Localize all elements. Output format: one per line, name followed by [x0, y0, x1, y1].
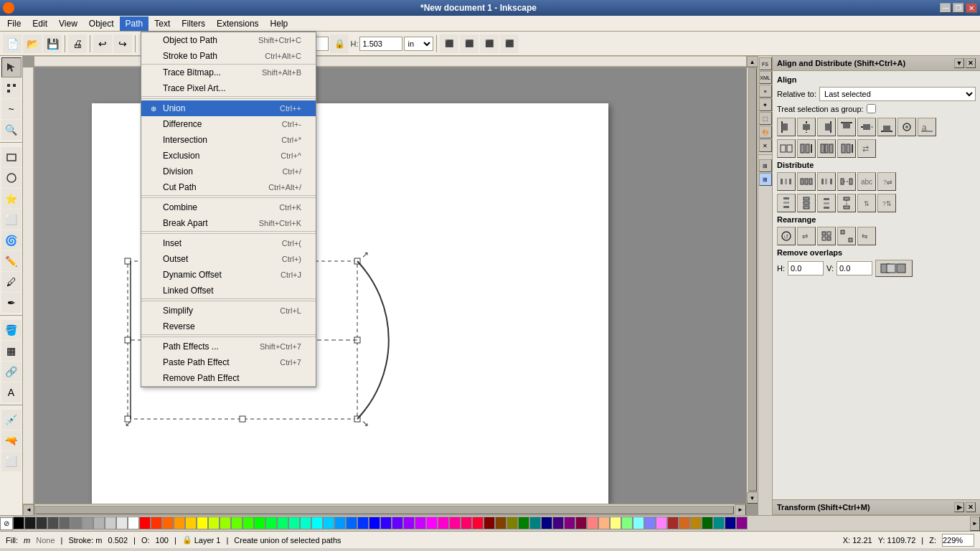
dist-gaps-h[interactable] — [837, 172, 856, 191]
palette-color-swatch[interactable] — [552, 517, 564, 529]
palette-color-swatch[interactable] — [426, 517, 438, 529]
zoom-input[interactable] — [942, 534, 974, 547]
palette-color-swatch[interactable] — [610, 517, 621, 529]
palette-color-swatch[interactable] — [472, 517, 484, 529]
palette-color-swatch[interactable] — [357, 517, 369, 529]
palette-color-swatch[interactable] — [116, 517, 128, 529]
connector-tool[interactable]: 🔗 — [1, 362, 22, 382]
palette-color-swatch[interactable] — [82, 517, 93, 529]
3d-box-tool[interactable]: ⬜ — [1, 209, 22, 230]
rearrange-reverse[interactable]: ⇄ — [797, 227, 816, 245]
palette-color-swatch[interactable] — [311, 517, 323, 529]
dist-bottom-edges[interactable] — [817, 194, 836, 212]
calligraphy-tool[interactable]: ✒ — [1, 293, 22, 313]
canvas-area[interactable]: ↗ ↙ ↘ ▲ ▼ ◄ ► — [23, 56, 758, 515]
close-button[interactable]: ✕ — [966, 3, 977, 13]
palette-color-swatch[interactable] — [47, 517, 59, 529]
palette-color-swatch[interactable] — [564, 517, 575, 529]
menu-intersection[interactable]: Intersection Ctrl+* — [141, 132, 316, 148]
palette-color-swatch[interactable] — [495, 517, 507, 529]
open-btn[interactable]: 📂 — [23, 34, 42, 53]
dist-rand-h[interactable]: ?⇄ — [877, 172, 896, 191]
palette-color-swatch[interactable] — [265, 517, 277, 529]
palette-color-swatch[interactable] — [24, 517, 36, 529]
palette-color-swatch[interactable] — [139, 517, 151, 529]
menu-break-apart[interactable]: Break Apart Shift+Ctrl+K — [141, 215, 316, 231]
zoom-tool[interactable]: 🔍 — [1, 120, 22, 140]
menu-dynamic-offset[interactable]: Dynamic Offset Ctrl+J — [141, 267, 316, 283]
palette-color-swatch[interactable] — [461, 517, 472, 529]
gradient-tool[interactable]: ▦ — [1, 341, 22, 361]
palette-color-swatch[interactable] — [151, 517, 162, 529]
palette-color-swatch[interactable] — [300, 517, 311, 529]
menu-simplify[interactable]: Simplify Ctrl+L — [141, 303, 316, 319]
palette-color-swatch[interactable] — [380, 517, 392, 529]
menu-outset[interactable]: Outset Ctrl+) — [141, 251, 316, 267]
symbols-btn[interactable]: ✦ — [759, 98, 772, 111]
h-overlap-input[interactable] — [788, 261, 824, 276]
palette-color-swatch[interactable] — [128, 517, 139, 529]
palette-color-swatch[interactable] — [736, 517, 748, 529]
dist-gaps-v[interactable] — [837, 194, 856, 212]
palette-color-swatch[interactable] — [587, 517, 598, 529]
dist-base-h[interactable]: abc — [857, 172, 876, 191]
remove-overlaps-btn[interactable] — [875, 260, 913, 277]
align-top-edge[interactable] — [837, 118, 856, 136]
palette-color-swatch[interactable] — [679, 517, 690, 529]
no-color[interactable]: ⊘ — [0, 517, 13, 530]
node-tool[interactable] — [1, 78, 22, 98]
palette-color-swatch[interactable] — [105, 517, 116, 529]
panel-close-btn[interactable]: ✕ — [966, 58, 976, 68]
menu-help[interactable]: Help — [265, 17, 294, 31]
maximize-button[interactable]: ❒ — [953, 3, 964, 13]
palette-color-swatch[interactable] — [13, 517, 24, 529]
transform-close-btn[interactable]: ✕ — [966, 502, 976, 512]
star-tool[interactable]: ⭐ — [1, 189, 22, 209]
scroll-left-btn[interactable]: ◄ — [23, 504, 34, 516]
menu-paste-path-effect[interactable]: Paste Path Effect Ctrl+7 — [141, 354, 316, 370]
palette-color-swatch[interactable] — [254, 517, 265, 529]
spray-tool[interactable]: 🔫 — [1, 430, 22, 451]
palette-color-swatch[interactable] — [174, 517, 185, 529]
relative-to-select[interactable]: Last selected First selected Page Drawin… — [819, 87, 976, 101]
scroll-right-btn[interactable]: ► — [735, 504, 746, 516]
menu-exclusion[interactable]: Exclusion Ctrl+^ — [141, 148, 316, 164]
transform-panel-header[interactable]: Transform (Shift+Ctrl+M) ▶ ✕ — [773, 500, 980, 515]
treat-group-checkbox[interactable] — [867, 104, 876, 113]
save-btn[interactable]: 💾 — [43, 34, 62, 53]
palette-color-swatch[interactable] — [656, 517, 667, 529]
palette-color-swatch[interactable] — [242, 517, 254, 529]
objects-btn[interactable]: ⬚ — [759, 112, 772, 125]
palette-color-swatch[interactable] — [323, 517, 334, 529]
palette-color-swatch[interactable] — [518, 517, 529, 529]
palette-color-swatch[interactable] — [575, 517, 587, 529]
palette-color-swatch[interactable] — [713, 517, 725, 529]
palette-color-swatch[interactable] — [231, 517, 242, 529]
palette-color-swatch[interactable] — [621, 517, 633, 529]
rearrange-exchange2[interactable]: ⇆ — [857, 227, 876, 245]
palette-color-swatch[interactable] — [59, 517, 70, 529]
scroll-thumb-v[interactable] — [748, 68, 757, 491]
grid-btn[interactable]: ⊞ — [759, 173, 772, 186]
dist-right-edges[interactable] — [817, 172, 836, 191]
redo-btn[interactable]: ↪ — [113, 34, 132, 53]
scroll-thumb-h[interactable] — [35, 506, 734, 514]
dist-rand-v[interactable]: ?⇅ — [877, 194, 896, 212]
horizontal-scrollbar[interactable]: ◄ ► — [23, 504, 746, 515]
menu-filters[interactable]: Filters — [176, 17, 211, 31]
palette-color-swatch[interactable] — [541, 517, 552, 529]
palette-color-swatch[interactable] — [667, 517, 679, 529]
palette-color-swatch[interactable] — [346, 517, 357, 529]
vertical-scrollbar[interactable]: ▲ ▼ — [746, 56, 758, 504]
close-panel-btn[interactable]: ✕ — [759, 139, 772, 152]
pencil-tool[interactable]: ✏️ — [1, 251, 22, 271]
scroll-up-btn[interactable]: ▲ — [747, 56, 758, 67]
align-center-h[interactable] — [857, 118, 876, 136]
rect-tool[interactable] — [1, 147, 22, 167]
menu-division[interactable]: Division Ctrl+/ — [141, 164, 316, 179]
lock-btn[interactable]: 🔒 — [330, 34, 349, 53]
align-center-btn[interactable]: ⬛ — [460, 34, 479, 53]
palette-color-swatch[interactable] — [633, 517, 644, 529]
palette-color-swatch[interactable] — [598, 517, 610, 529]
menu-text[interactable]: Text — [149, 17, 176, 31]
